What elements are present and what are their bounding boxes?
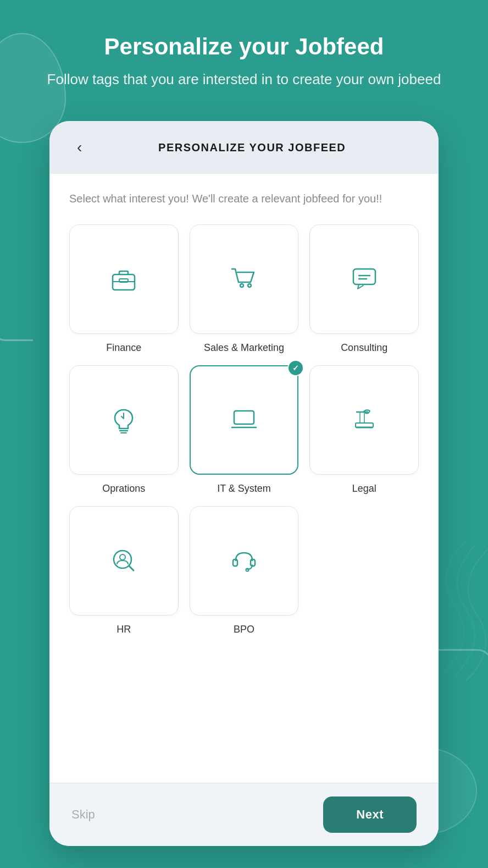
category-label-it-system: IT & System bbox=[217, 482, 271, 495]
category-sales-marketing[interactable]: Sales & Marketing bbox=[190, 224, 299, 354]
card-header: ‹ PERSONALIZE YOUR JOBFEED bbox=[49, 121, 439, 174]
categories-row-3: HR BPO bbox=[69, 506, 419, 636]
categories-row-2: Oprations IT & System bbox=[69, 365, 419, 495]
category-label-sales-marketing: Sales & Marketing bbox=[204, 342, 284, 354]
category-hr[interactable]: HR bbox=[69, 506, 179, 636]
category-card-finance[interactable] bbox=[69, 224, 179, 334]
card-body: Select what interest you! We'll create a… bbox=[49, 174, 439, 783]
category-consulting[interactable]: Consulting bbox=[309, 224, 419, 354]
main-card: ‹ PERSONALIZE YOUR JOBFEED Select what i… bbox=[49, 121, 439, 846]
category-label-bpo: BPO bbox=[234, 623, 254, 636]
category-label-legal: Legal bbox=[352, 482, 376, 495]
category-label-operations: Oprations bbox=[102, 482, 145, 495]
category-card-bpo[interactable] bbox=[190, 506, 299, 616]
card-footer: Skip Next bbox=[49, 783, 439, 846]
svg-rect-12 bbox=[234, 411, 254, 424]
page-subtitle: Follow tags that you are intersted in to… bbox=[44, 69, 444, 89]
card-title: PERSONALIZE YOUR JOBFEED bbox=[87, 141, 417, 154]
selected-checkmark bbox=[287, 360, 304, 376]
category-card-hr[interactable] bbox=[69, 506, 179, 616]
categories-row-1: Finance Sales & Marketing bbox=[69, 224, 419, 354]
svg-point-4 bbox=[248, 284, 251, 287]
svg-point-3 bbox=[240, 284, 243, 287]
svg-point-18 bbox=[120, 554, 125, 560]
category-card-sales-marketing[interactable] bbox=[190, 224, 299, 334]
category-label-finance: Finance bbox=[106, 342, 141, 354]
category-label-hr: HR bbox=[117, 623, 131, 636]
category-finance[interactable]: Finance bbox=[69, 224, 179, 354]
category-legal[interactable]: Legal bbox=[309, 365, 419, 495]
headset-icon bbox=[228, 544, 260, 577]
category-card-it-system[interactable] bbox=[190, 365, 299, 475]
next-button[interactable]: Next bbox=[323, 796, 417, 833]
category-card-consulting[interactable] bbox=[309, 224, 419, 334]
back-button[interactable]: ‹ bbox=[71, 136, 87, 158]
person-search-icon bbox=[107, 544, 140, 577]
card-description: Select what interest you! We'll create a… bbox=[69, 190, 419, 207]
page-title: Personalize your Jobfeed bbox=[44, 33, 444, 61]
laptop-icon bbox=[228, 403, 260, 436]
category-card-operations[interactable] bbox=[69, 365, 179, 475]
category-card-legal[interactable] bbox=[309, 365, 419, 475]
cart-icon bbox=[228, 262, 260, 295]
svg-line-19 bbox=[129, 566, 134, 570]
briefcase-icon bbox=[107, 262, 140, 295]
bg-decoration-mid-left bbox=[0, 308, 33, 341]
bulb-icon bbox=[107, 403, 140, 436]
page-header: Personalize your Jobfeed Follow tags tha… bbox=[0, 0, 488, 106]
gavel-icon bbox=[348, 403, 381, 436]
category-label-consulting: Consulting bbox=[341, 342, 387, 354]
chat-icon bbox=[348, 262, 381, 295]
svg-rect-5 bbox=[353, 269, 375, 284]
category-operations[interactable]: Oprations bbox=[69, 365, 179, 495]
category-it-system[interactable]: IT & System bbox=[190, 365, 299, 495]
category-bpo[interactable]: BPO bbox=[190, 506, 299, 636]
skip-button[interactable]: Skip bbox=[71, 807, 95, 822]
